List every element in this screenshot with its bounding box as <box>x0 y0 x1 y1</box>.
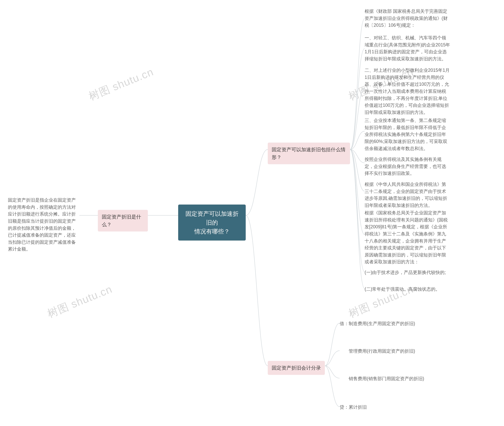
leaf-depreciation-def: 固定资产折旧是指企业在固定资产的使用寿命内，按照确定的方法对应计折旧额进行系统分… <box>8 197 80 253</box>
watermark: 树图 shutu.cn <box>45 282 114 321</box>
root-node: 固定资产可以加速折旧的 情况有哪些？ <box>178 205 246 241</box>
leaf-r2-4: 贷：累计折旧 <box>340 404 425 411</box>
leaf-r1-2: 一、对轻工、纺织、机械、汽车等四个领域重点行业(具体范围见附件)的企业2015年… <box>365 35 450 63</box>
leaf-r1-5: 按照企业所得税法及其实施条例有关规定，企业根据自身生产经营需要，也可选择不实行加… <box>365 156 450 177</box>
branch-accelerate-cases: 固定资产可以加速折旧包括什么情形？ <box>268 142 350 164</box>
leaf-r2-1: 借：制造费用(生产用固定资产的折旧) <box>340 320 425 327</box>
watermark: 树图 shutu.cn <box>87 65 156 104</box>
branch-label: 固定资产折旧是什么？ <box>102 214 141 227</box>
leaf-r2-3: 销售费用(销售部门用固定资产的折旧) <box>340 375 425 382</box>
branch-what-is-depreciation: 固定资产折旧是什么？ <box>98 210 148 232</box>
leaf-r1-9: (二)常年处于强震动、高腐蚀状态的。 <box>365 286 450 293</box>
leaf-r1-3: 二、对上述行业的小型微利企业2015年1月1日后新购进的研发和生产经营共用的仪器… <box>365 67 450 116</box>
branch-accounting-entries: 固定资产折旧会计分录 <box>268 361 325 375</box>
leaf-r1-4: 三、企业按本通知第一条、第二条规定缩短折旧年限的，最低折旧年限不得低于企业所得税… <box>365 117 450 152</box>
root-title-line1: 固定资产可以加速折旧的 <box>185 210 239 226</box>
leaf-r2-2: 管理费用(行政用固定资产的折旧) <box>340 348 425 355</box>
root-title-line2: 情况有哪些？ <box>194 228 230 235</box>
leaf-r1-6: 根据《中华人民共和国企业所得税法》第三十二条规定，企业的固定资产由于技术进步等原… <box>365 181 450 209</box>
branch-label: 固定资产可以加速折旧包括什么情形？ <box>272 147 345 160</box>
leaf-r1-8: (一)由于技术进步，产品更新换代较快的; <box>365 269 450 276</box>
leaf-r1-7: 根据《国家税务总局关于企业固定资产加速折旧所得税处理有关问题的通知》(国税发[2… <box>365 209 450 265</box>
leaf-r1-1: 根据《财政部 国家税务总局关于完善固定资产加速折旧企业所得税政策的通知》(财税〔… <box>365 8 450 29</box>
branch-label: 固定资产折旧会计分录 <box>272 365 321 370</box>
